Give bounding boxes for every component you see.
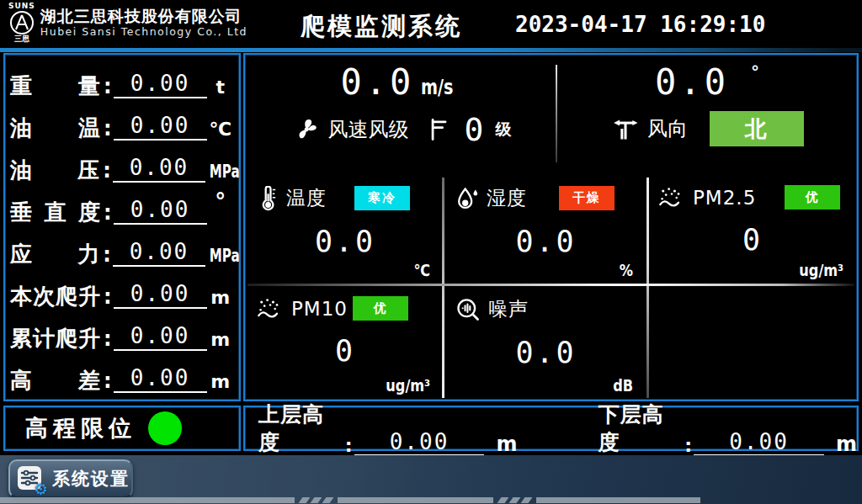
- upper-height-label: 上层高度: [258, 401, 343, 456]
- wind-direction-value: 0.0: [655, 61, 729, 103]
- lower-height-unit: m: [836, 432, 857, 456]
- gear-icon: ⚙: [34, 481, 48, 497]
- water-drop-icon: [455, 186, 479, 211]
- lower-height-colon: :: [684, 435, 692, 456]
- metric-label: 高 差: [10, 369, 100, 393]
- wind-level-value: 0: [465, 111, 484, 148]
- metric-row-height-diff: 高 差: 0.00 m: [10, 354, 234, 393]
- metric-unit: ℃: [207, 119, 235, 141]
- dust-particles-icon: [658, 186, 685, 210]
- header: SUNS 三思 湖北三思科技股份有限公司 Hubei Sansi Technol…: [0, 0, 862, 48]
- fan-icon: [291, 114, 322, 145]
- wind-level-icon: [428, 117, 450, 142]
- upper-height-colon: :: [345, 435, 353, 456]
- metric-value: 0.00: [114, 366, 207, 393]
- metrics-panel: 重 量: 0.00 t 油 温: 0.00 ℃ 油 压: 0.00 MPa 垂直…: [3, 53, 241, 401]
- logo-bottom-text: 三思: [14, 35, 29, 43]
- layer-heights-bar: 上层高度: 0.00 m 下层高度: 0.00 m: [243, 406, 859, 451]
- wind-vane-icon: [610, 114, 641, 143]
- wind-speed-value: 0.0: [341, 61, 415, 103]
- environment-panel: 0.0 m/s 风速风级: [243, 53, 859, 401]
- elevation-limit-label: 高程限位: [25, 413, 136, 443]
- metric-label: 油 压: [10, 158, 99, 183]
- lower-height-label: 下层高度: [599, 401, 684, 456]
- wind-speed-label: 风速风级: [328, 116, 409, 143]
- metric-unit: t: [207, 77, 235, 98]
- metric-row-oil-temp: 油 温: 0.00 ℃: [10, 102, 234, 141]
- header-divider-line: [0, 48, 862, 52]
- noise-unit: dB: [613, 376, 633, 395]
- wind-level-unit: 级: [495, 119, 511, 141]
- metric-colon: :: [104, 327, 112, 351]
- humidity-cell: 湿度 干燥 0.0 %: [444, 173, 646, 284]
- wind-direction-block: 0.0 ° 风向 北: [557, 55, 857, 173]
- temperature-status-badge: 寒冷: [354, 186, 410, 210]
- page-title: 爬模监测系统: [301, 10, 462, 44]
- noise-value: 0.0: [455, 336, 636, 369]
- upper-height-value: 0.00: [354, 429, 485, 456]
- bottom-toolbar: ⚙ 系统设置: [0, 455, 862, 504]
- metric-colon: :: [104, 285, 112, 309]
- metric-colon: :: [104, 201, 112, 225]
- empty-cell: [646, 284, 857, 400]
- datetime-display: 2023-04-17 16:29:10: [515, 12, 765, 37]
- pm10-label: PM10: [291, 298, 348, 320]
- wind-direction-badge: 北: [710, 111, 804, 146]
- company-name-cn: 湖北三思科技股份有限公司: [40, 8, 247, 26]
- metric-unit: m: [207, 371, 235, 393]
- temperature-value: 0.0: [257, 225, 434, 258]
- noise-meter-icon: [455, 297, 481, 322]
- wind-speed-block: 0.0 m/s 风速风级: [245, 55, 557, 173]
- pm25-cell: PM2.5 优 0 ug/m³: [646, 173, 857, 284]
- pm25-label: PM2.5: [693, 187, 756, 209]
- metric-colon: :: [104, 369, 112, 393]
- brand: SUNS 三思 湖北三思科技股份有限公司 Hubei Sansi Technol…: [8, 3, 247, 43]
- sliders-settings-icon: ⚙: [17, 465, 44, 492]
- company-logo: SUNS 三思: [8, 3, 35, 43]
- upper-height-unit: m: [496, 432, 517, 456]
- metric-label: 应 力: [10, 242, 99, 267]
- metric-label: 本次爬升: [10, 284, 100, 309]
- metric-row-oil-pressure: 油 压: 0.00 MPa: [10, 144, 234, 183]
- logo-top-text: SUNS: [8, 3, 35, 10]
- metric-label: 油 温: [10, 116, 100, 141]
- temperature-unit: ℃: [413, 261, 430, 279]
- environment-grid: 温度 寒冷 0.0 ℃ 湿度 干燥: [245, 173, 857, 400]
- system-settings-label: 系统设置: [52, 467, 130, 491]
- pm10-unit: ug/m³: [386, 376, 430, 395]
- metric-colon: :: [104, 117, 112, 141]
- thermometer-icon: [257, 186, 279, 211]
- metric-unit: °: [207, 186, 235, 210]
- metric-unit: MPa: [210, 162, 230, 183]
- wind-direction-unit: °: [751, 61, 759, 82]
- company-name-en: Hubei Sansi Technology Co., Ltd: [40, 26, 247, 38]
- wind-section: 0.0 m/s 风速风级: [245, 55, 857, 173]
- metric-label: 累计爬升: [10, 326, 100, 351]
- metric-row-verticality: 垂直度: 0.00 °: [10, 186, 234, 225]
- metric-row-stress: 应 力: 0.00 MPa: [10, 228, 234, 267]
- metric-row-total-climb: 累计爬升: 0.00 m: [10, 312, 234, 351]
- grid-vertical-divider-2: [646, 178, 649, 398]
- system-settings-button[interactable]: ⚙ 系统设置: [8, 459, 133, 498]
- metric-value: 0.00: [113, 240, 205, 267]
- lower-height-group: 下层高度: 0.00 m: [599, 401, 858, 456]
- metric-colon: :: [103, 159, 111, 183]
- wind-speed-unit: m/s: [421, 76, 453, 99]
- wind-section-divider: [556, 65, 557, 162]
- noise-label: 噪声: [488, 296, 529, 322]
- humidity-label: 湿度: [487, 185, 527, 211]
- metric-value: 0.00: [114, 72, 207, 98]
- humidity-unit: %: [620, 261, 633, 279]
- pm25-value: 0: [658, 223, 847, 257]
- humidity-status-badge: 干燥: [559, 186, 615, 210]
- temperature-cell: 温度 寒冷 0.0 ℃: [245, 173, 444, 284]
- metric-value: 0.00: [114, 198, 207, 225]
- pm25-status-badge: 优: [785, 185, 840, 210]
- metric-unit: m: [207, 287, 235, 309]
- pm10-status-badge: 优: [353, 296, 408, 321]
- temperature-label: 温度: [286, 185, 327, 211]
- elevation-limit-status-indicator: [148, 411, 182, 445]
- grid-vertical-divider-1: [442, 178, 444, 398]
- wind-direction-label: 风向: [647, 115, 688, 142]
- metric-colon: :: [103, 243, 111, 267]
